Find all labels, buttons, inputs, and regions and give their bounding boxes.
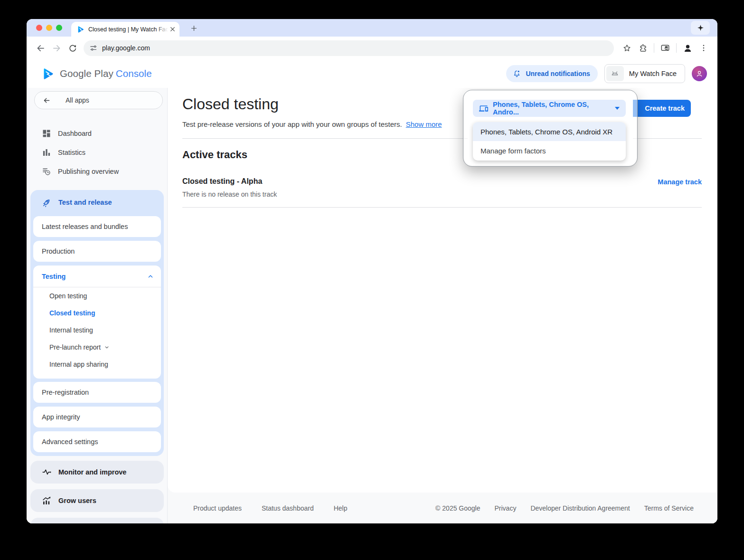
sidebar-item-grow-users[interactable]: Grow users bbox=[30, 489, 164, 512]
tab-close-icon[interactable] bbox=[168, 25, 177, 34]
close-window-button[interactable] bbox=[36, 25, 42, 31]
unread-notifications-chip[interactable]: Unread notifications bbox=[506, 65, 597, 82]
footer-link-status-dashboard[interactable]: Status dashboard bbox=[262, 504, 314, 512]
notifications-label: Unread notifications bbox=[526, 70, 590, 77]
footer-link-privacy[interactable]: Privacy bbox=[495, 504, 517, 512]
footer-link-dda[interactable]: Developer Distribution Agreement bbox=[530, 504, 630, 512]
url-bar[interactable]: play.google.com bbox=[84, 40, 614, 56]
play-console-favicon bbox=[77, 26, 85, 33]
zoom-window-button[interactable] bbox=[56, 25, 62, 31]
profile-icon[interactable] bbox=[679, 40, 696, 56]
account-avatar[interactable] bbox=[692, 66, 707, 81]
page-title: Closed testing bbox=[182, 95, 279, 113]
sparkle-icon[interactable] bbox=[691, 21, 710, 35]
sidebar-item-open-testing[interactable]: Open testing bbox=[33, 287, 161, 304]
sidebar-item-latest-releases[interactable]: Latest releases and bundles bbox=[33, 216, 161, 237]
reload-icon[interactable] bbox=[65, 40, 81, 56]
forward-icon[interactable] bbox=[48, 40, 65, 56]
rocket-icon bbox=[42, 198, 52, 208]
divider bbox=[182, 207, 702, 208]
menu-item-form-factor[interactable]: Phones, Tablets, Chrome OS, Android XR bbox=[473, 122, 626, 141]
sidebar-item-monitor-and-improve[interactable]: Monitor and improve bbox=[30, 461, 164, 484]
publishing-overview-icon bbox=[42, 167, 51, 176]
all-apps-button[interactable]: All apps bbox=[34, 91, 163, 109]
page-description: Test pre-release versions of your app wi… bbox=[182, 120, 442, 128]
form-factor-select[interactable]: Phones, Tablets, Chrome OS, Andro... bbox=[473, 100, 626, 117]
sidebar-item-testing[interactable]: Testing bbox=[33, 266, 161, 287]
app-name: My Watch Face bbox=[624, 70, 683, 77]
tab-title: Closed testing | My Watch Fac bbox=[88, 26, 168, 33]
new-tab-button[interactable] bbox=[187, 21, 200, 35]
sidebar-item-statistics[interactable]: Statistics bbox=[30, 143, 164, 162]
toolbar-divider bbox=[676, 43, 677, 53]
footer-link-terms[interactable]: Terms of Service bbox=[644, 504, 694, 512]
bookmark-star-icon[interactable] bbox=[619, 40, 635, 56]
track-status: There is no release on this track bbox=[182, 190, 277, 198]
sidebar: All apps Dashboard Statistics Publishing… bbox=[27, 88, 168, 523]
sidebar-item-test-and-release[interactable]: Test and release bbox=[30, 190, 164, 215]
bell-icon bbox=[512, 69, 521, 78]
app-switcher[interactable]: My Watch Face bbox=[604, 64, 685, 83]
extensions-icon[interactable] bbox=[635, 40, 651, 56]
test-and-release-section: Test and release Latest releases and bun… bbox=[30, 190, 164, 456]
growth-chart-icon bbox=[42, 496, 52, 506]
play-console-logo bbox=[42, 67, 55, 80]
back-icon[interactable] bbox=[32, 40, 48, 56]
browser-tab[interactable]: Closed testing | My Watch Fac bbox=[71, 22, 179, 37]
footer-link-product-updates[interactable]: Product updates bbox=[193, 504, 242, 512]
chevron-down-icon bbox=[104, 344, 110, 351]
sidebar-item-internal-testing[interactable]: Internal testing bbox=[33, 322, 161, 339]
console-footer: Product updates Status dashboard Help © … bbox=[168, 493, 717, 523]
devices-icon bbox=[479, 104, 488, 113]
sidebar-item-internal-app-sharing[interactable]: Internal app sharing bbox=[33, 356, 161, 373]
track-name: Closed testing - Alpha bbox=[182, 177, 262, 186]
sidebar-item-production[interactable]: Production bbox=[33, 241, 161, 262]
brand-text: Google PlayConsole bbox=[60, 68, 152, 79]
sidebar-item-dashboard[interactable]: Dashboard bbox=[30, 124, 164, 143]
url-text: play.google.com bbox=[102, 44, 150, 52]
sidebar-item-advanced-settings[interactable]: Advanced settings bbox=[33, 431, 161, 452]
sidebar-item-pre-registration[interactable]: Pre-registration bbox=[33, 382, 161, 403]
caret-down-icon bbox=[615, 107, 620, 110]
show-more-link[interactable]: Show more bbox=[406, 120, 442, 128]
minimize-window-button[interactable] bbox=[46, 25, 52, 31]
toolbar-divider bbox=[654, 43, 654, 53]
tab-search-icon[interactable] bbox=[657, 40, 673, 56]
form-factor-menu: Phones, Tablets, Chrome OS, Android XR M… bbox=[473, 122, 626, 161]
menu-item-manage-form-factors[interactable]: Manage form factors bbox=[473, 141, 626, 160]
footer-copyright: © 2025 Google bbox=[435, 504, 480, 512]
sidebar-item-pre-launch-report[interactable]: Pre-launch report bbox=[33, 339, 161, 356]
console-header: Google PlayConsole Unread notifications … bbox=[27, 59, 717, 88]
sidebar-item-partial[interactable] bbox=[30, 518, 164, 523]
menu-dots-icon[interactable] bbox=[696, 40, 712, 56]
form-factor-selected: Phones, Tablets, Chrome OS, Andro... bbox=[493, 101, 610, 116]
manage-track-link[interactable]: Manage track bbox=[658, 178, 702, 186]
play-console-page: Google PlayConsole Unread notifications … bbox=[27, 59, 717, 523]
browser-toolbar: play.google.com bbox=[27, 37, 717, 59]
sidebar-item-publishing-overview[interactable]: Publishing overview bbox=[30, 162, 164, 181]
create-track-button[interactable]: Create track bbox=[630, 100, 691, 117]
active-tracks-heading: Active tracks bbox=[182, 149, 247, 161]
tab-strip: Closed testing | My Watch Fac bbox=[27, 19, 717, 37]
sidebar-item-closed-testing[interactable]: Closed testing bbox=[33, 304, 161, 322]
browser-window: Closed testing | My Watch Fac play.googl… bbox=[27, 19, 717, 523]
window-controls bbox=[36, 25, 62, 31]
chevron-up-icon bbox=[147, 273, 154, 280]
pulse-icon bbox=[42, 467, 52, 477]
testing-group-card: Testing Open testing Closed testing Inte… bbox=[33, 266, 161, 379]
sidebar-item-app-integrity[interactable]: App integrity bbox=[33, 407, 161, 427]
footer-link-help[interactable]: Help bbox=[334, 504, 348, 512]
site-settings-icon[interactable] bbox=[89, 44, 97, 52]
main-content: Closed testing Test pre-release versions… bbox=[168, 88, 717, 523]
form-factor-popup: Phones, Tablets, Chrome OS, Andro... Pho… bbox=[463, 90, 637, 166]
bar-chart-icon bbox=[42, 148, 51, 157]
back-arrow-icon bbox=[42, 96, 51, 105]
all-apps-label: All apps bbox=[66, 96, 89, 104]
android-icon bbox=[606, 66, 624, 81]
dashboard-icon bbox=[42, 129, 51, 138]
